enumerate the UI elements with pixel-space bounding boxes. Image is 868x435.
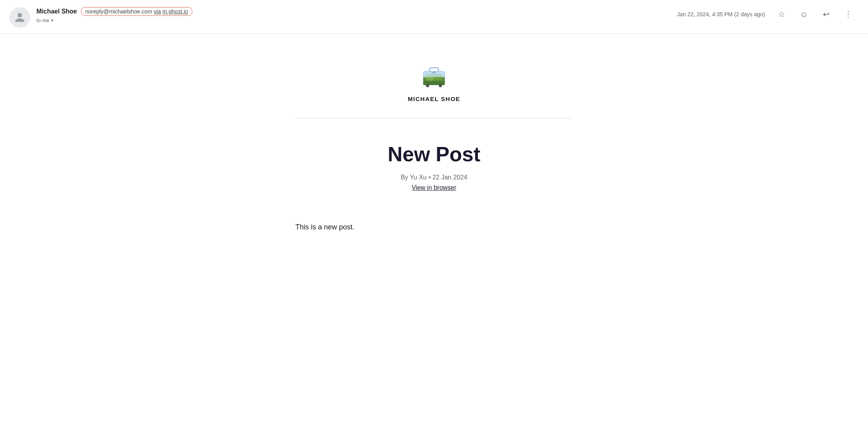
brand-icon [420, 61, 448, 90]
to-me-row[interactable]: to me ▾ [36, 17, 192, 23]
sender-email-badge: noreply@michaelshoe.com via m.ghost.io [81, 7, 192, 16]
email-date: Jan 22, 2024, 4:35 PM (2 days ago) [677, 11, 765, 17]
sender-name: Michael Shoe [36, 8, 77, 15]
svg-point-7 [426, 84, 429, 87]
sender-avatar [10, 7, 30, 28]
svg-rect-9 [432, 71, 435, 73]
post-section: New Post By Yu Xu • 22 Jan 2024 View in … [295, 126, 573, 203]
brand-logo-section: MICHAEL SHOE [408, 50, 461, 110]
post-body: This is a new post. [295, 223, 573, 231]
reply-icon: ↩ [823, 10, 830, 19]
email-header: Michael Shoe noreply@michaelshoe.com via… [0, 0, 868, 34]
header-actions: Jan 22, 2024, 4:35 PM (2 days ago) ☆ ☺ ↩… [677, 7, 855, 21]
emoji-icon: ☺ [800, 10, 808, 19]
post-title: New Post [388, 142, 480, 166]
star-icon: ☆ [778, 10, 785, 19]
reply-button[interactable]: ↩ [819, 7, 833, 21]
sender-name-row: Michael Shoe noreply@michaelshoe.com via… [36, 7, 192, 16]
brand-name: MICHAEL SHOE [408, 95, 461, 102]
sender-domain: m.ghost.io [162, 8, 188, 15]
post-body-text: This is a new post. [295, 223, 573, 231]
to-me-label: to me [36, 17, 49, 23]
chevron-down-icon: ▾ [51, 18, 53, 23]
sender-info: Michael Shoe noreply@michaelshoe.com via… [36, 7, 192, 23]
via-text: via [154, 8, 161, 15]
section-divider [295, 118, 573, 118]
sender-section: Michael Shoe noreply@michaelshoe.com via… [10, 7, 192, 28]
svg-point-8 [439, 84, 442, 87]
email-body: MICHAEL SHOE New Post By Yu Xu • 22 Jan … [0, 34, 868, 247]
more-icon: ⋮ [844, 10, 852, 19]
more-button[interactable]: ⋮ [841, 7, 855, 21]
svg-rect-3 [423, 81, 445, 85]
view-in-browser-link[interactable]: View in browser [412, 184, 457, 191]
person-icon [14, 12, 25, 23]
action-icons: ☆ ☺ ↩ ⋮ [775, 7, 855, 21]
post-meta: By Yu Xu • 22 Jan 2024 [401, 174, 467, 181]
star-button[interactable]: ☆ [775, 7, 789, 21]
sender-email: noreply@michaelshoe.com [85, 8, 152, 15]
emoji-button[interactable]: ☺ [797, 7, 811, 21]
email-content: MICHAEL SHOE New Post By Yu Xu • 22 Jan … [295, 50, 573, 231]
